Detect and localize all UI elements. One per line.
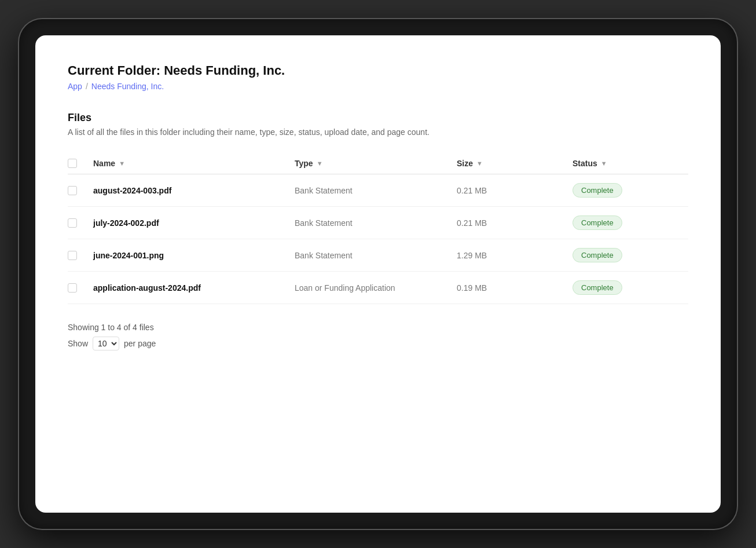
row-status: Complete <box>572 215 688 230</box>
column-header-name[interactable]: Name ▼ <box>93 159 295 168</box>
table-body: august-2024-003.pdf Bank Statement 0.21 … <box>68 174 688 304</box>
header-checkbox-cell[interactable] <box>68 159 93 168</box>
breadcrumb-current[interactable]: Needs Funding, Inc. <box>91 82 164 91</box>
column-header-type[interactable]: Type ▼ <box>295 159 457 168</box>
size-filter-icon: ▼ <box>476 160 483 167</box>
breadcrumb-app-link[interactable]: App <box>68 82 82 91</box>
status-badge: Complete <box>572 280 622 295</box>
row-type: Bank Statement <box>295 251 457 260</box>
table-row: august-2024-003.pdf Bank Statement 0.21 … <box>68 174 688 207</box>
files-table: Name ▼ Type ▼ Size ▼ Status ▼ <box>68 153 688 304</box>
row-size: 1.29 MB <box>457 251 572 260</box>
table-row: july-2024-002.pdf Bank Statement 0.21 MB… <box>68 207 688 239</box>
row-name: application-august-2024.pdf <box>93 283 295 293</box>
row-status: Complete <box>572 183 688 198</box>
row-name: june-2024-001.png <box>93 251 295 260</box>
table-row: june-2024-001.png Bank Statement 1.29 MB… <box>68 239 688 272</box>
row-checkbox-0[interactable] <box>68 186 77 195</box>
main-content: Current Folder: Needs Funding, Inc. App … <box>35 35 721 513</box>
per-page-select[interactable]: 10 25 50 <box>93 337 119 350</box>
status-badge: Complete <box>572 215 622 230</box>
row-type: Bank Statement <box>295 218 457 228</box>
row-status: Complete <box>572 248 688 262</box>
row-size: 0.21 MB <box>457 218 572 228</box>
table-header: Name ▼ Type ▼ Size ▼ Status ▼ <box>68 153 688 174</box>
type-filter-icon: ▼ <box>317 160 323 167</box>
row-checkbox-1[interactable] <box>68 218 77 228</box>
row-name: july-2024-002.pdf <box>93 218 295 228</box>
section-description: A list of all the files in this folder i… <box>68 127 688 137</box>
per-page-label: per page <box>124 339 156 348</box>
device-frame: Current Folder: Needs Funding, Inc. App … <box>19 19 737 529</box>
status-badge: Complete <box>572 183 622 198</box>
row-checkbox-2[interactable] <box>68 251 77 260</box>
show-label: Show <box>68 339 88 348</box>
pagination-controls: Show 10 25 50 per page <box>68 337 688 350</box>
table-row: application-august-2024.pdf Loan or Fund… <box>68 272 688 304</box>
breadcrumb: App / Needs Funding, Inc. <box>68 82 688 91</box>
select-all-checkbox[interactable] <box>68 159 77 168</box>
row-size: 0.21 MB <box>457 186 572 195</box>
row-checkbox-cell[interactable] <box>68 283 93 293</box>
status-badge: Complete <box>572 248 622 262</box>
pagination-info: Showing 1 to 4 of 4 files <box>68 323 688 332</box>
page-title: Current Folder: Needs Funding, Inc. <box>68 63 688 78</box>
name-filter-icon: ▼ <box>119 160 125 167</box>
section-title: Files <box>68 112 688 124</box>
column-header-size[interactable]: Size ▼ <box>457 159 572 168</box>
row-checkbox-cell[interactable] <box>68 251 93 260</box>
row-size: 0.19 MB <box>457 283 572 293</box>
row-checkbox-3[interactable] <box>68 283 77 293</box>
breadcrumb-separator: / <box>86 82 88 91</box>
row-status: Complete <box>572 280 688 295</box>
column-header-status[interactable]: Status ▼ <box>572 159 688 168</box>
row-name: august-2024-003.pdf <box>93 186 295 195</box>
row-type: Loan or Funding Application <box>295 283 457 293</box>
row-type: Bank Statement <box>295 186 457 195</box>
screen: Current Folder: Needs Funding, Inc. App … <box>35 35 721 513</box>
row-checkbox-cell[interactable] <box>68 218 93 228</box>
row-checkbox-cell[interactable] <box>68 186 93 195</box>
status-filter-icon: ▼ <box>601 160 607 167</box>
